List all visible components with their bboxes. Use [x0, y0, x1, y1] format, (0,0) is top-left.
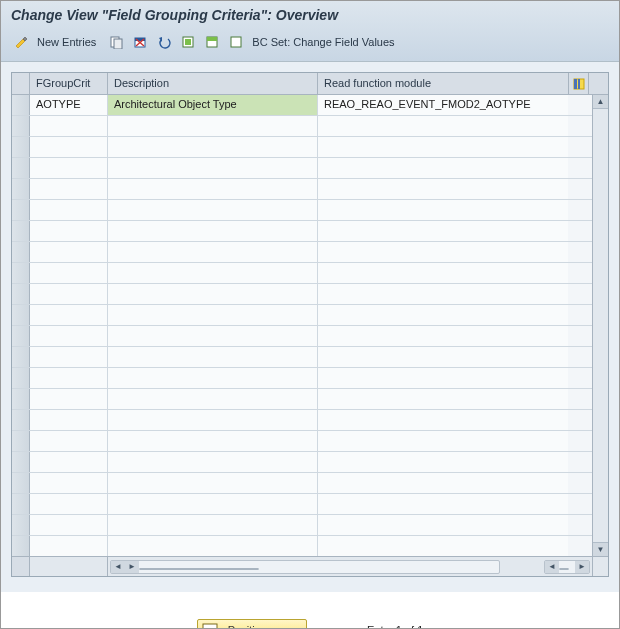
cell-c1 [30, 221, 108, 241]
svg-rect-13 [578, 79, 580, 89]
cell-c3 [318, 494, 568, 514]
cell-c2 [108, 305, 318, 325]
new-entries-button[interactable]: New Entries [35, 36, 102, 48]
cell-c3 [318, 347, 568, 367]
cell-c2 [108, 389, 318, 409]
cell-c1 [30, 284, 108, 304]
row-selector[interactable] [12, 410, 30, 430]
cell-c2 [108, 536, 318, 556]
cell-c2 [108, 284, 318, 304]
cell-c3[interactable]: REAO_REAO_EVENT_FMOD2_AOTYPE [318, 95, 568, 115]
row-selector[interactable] [12, 494, 30, 514]
cell-c1[interactable]: AOTYPE [30, 95, 108, 115]
cell-c1 [30, 473, 108, 493]
row-selector-header [12, 73, 30, 94]
hscroll-thumb[interactable] [139, 568, 259, 570]
row-selector[interactable] [12, 368, 30, 388]
cell-c3 [318, 158, 568, 178]
table-row [12, 452, 592, 473]
toggle-edit-icon[interactable] [11, 33, 31, 51]
hscroll-corner [12, 557, 30, 576]
cell-c2 [108, 179, 318, 199]
row-selector[interactable] [12, 347, 30, 367]
hscroll2-thumb[interactable] [559, 568, 569, 570]
row-selector[interactable] [12, 389, 30, 409]
row-selector[interactable] [12, 515, 30, 535]
cell-c1 [30, 515, 108, 535]
hscroll2-right-icon[interactable]: ► [575, 561, 589, 573]
col-header-description[interactable]: Description [108, 73, 318, 94]
row-selector[interactable] [12, 263, 30, 283]
configure-columns-icon[interactable] [568, 73, 588, 94]
table-row [12, 305, 592, 326]
row-selector[interactable] [12, 95, 30, 115]
row-selector[interactable] [12, 431, 30, 451]
table-row: AOTYPEArchitectural Object TypeREAO_REAO… [12, 95, 592, 116]
table-row [12, 347, 592, 368]
cell-c1 [30, 242, 108, 262]
table-row [12, 200, 592, 221]
row-selector[interactable] [12, 284, 30, 304]
cell-c3 [318, 221, 568, 241]
cell-c2[interactable]: Architectural Object Type [108, 95, 318, 115]
row-selector[interactable] [12, 452, 30, 472]
row-selector[interactable] [12, 158, 30, 178]
cell-c3 [318, 410, 568, 430]
cell-c2 [108, 368, 318, 388]
select-all-icon[interactable] [178, 33, 198, 51]
table-row [12, 158, 592, 179]
cell-c1 [30, 326, 108, 346]
col-header-readfunc[interactable]: Read function module [318, 73, 568, 94]
table-row [12, 263, 592, 284]
row-selector[interactable] [12, 137, 30, 157]
hscrollbar-main[interactable]: ◄ ► [110, 560, 500, 574]
hscroll2-left-icon[interactable]: ◄ [545, 561, 559, 573]
cell-c3 [318, 116, 568, 136]
cell-c2 [108, 494, 318, 514]
row-selector[interactable] [12, 473, 30, 493]
svg-rect-14 [203, 624, 217, 629]
row-selector[interactable] [12, 200, 30, 220]
delete-icon[interactable] [130, 33, 150, 51]
deselect-all-icon[interactable] [226, 33, 246, 51]
row-selector[interactable] [12, 179, 30, 199]
col-header-fgroupcrit[interactable]: FGroupCrit [30, 73, 108, 94]
page-title: Change View "Field Grouping Criteria": O… [11, 7, 609, 23]
grid-header: FGroupCrit Description Read function mod… [12, 73, 608, 95]
position-button[interactable]: Position... [197, 619, 307, 629]
table-row [12, 179, 592, 200]
row-selector[interactable] [12, 221, 30, 241]
svg-rect-10 [231, 37, 241, 47]
hscroll-right-icon[interactable]: ► [125, 561, 139, 573]
cell-c3 [318, 431, 568, 451]
cell-c2 [108, 326, 318, 346]
cell-c1 [30, 368, 108, 388]
cell-c3 [318, 305, 568, 325]
cell-c2 [108, 263, 318, 283]
row-selector[interactable] [12, 305, 30, 325]
cell-c1 [30, 494, 108, 514]
cell-c2 [108, 515, 318, 535]
cell-c1 [30, 158, 108, 178]
table-row [12, 431, 592, 452]
grid: FGroupCrit Description Read function mod… [11, 72, 609, 577]
cell-c2 [108, 431, 318, 451]
hscroll-left-icon[interactable]: ◄ [111, 561, 125, 573]
cell-c1 [30, 389, 108, 409]
scroll-up-icon[interactable]: ▲ [593, 95, 608, 109]
hscrollbar-secondary[interactable]: ◄ ► [544, 560, 590, 574]
vertical-scrollbar[interactable]: ▲ ▼ [592, 95, 608, 556]
bcset-button[interactable]: BC Set: Change Field Values [250, 36, 400, 48]
row-selector[interactable] [12, 116, 30, 136]
scroll-down-icon[interactable]: ▼ [593, 542, 608, 556]
cell-c1 [30, 347, 108, 367]
row-selector[interactable] [12, 242, 30, 262]
row-selector[interactable] [12, 536, 30, 556]
copy-as-icon[interactable] [106, 33, 126, 51]
cell-c1 [30, 116, 108, 136]
cell-c3 [318, 452, 568, 472]
row-selector[interactable] [12, 326, 30, 346]
select-block-icon[interactable] [202, 33, 222, 51]
cell-c3 [318, 200, 568, 220]
undo-icon[interactable] [154, 33, 174, 51]
